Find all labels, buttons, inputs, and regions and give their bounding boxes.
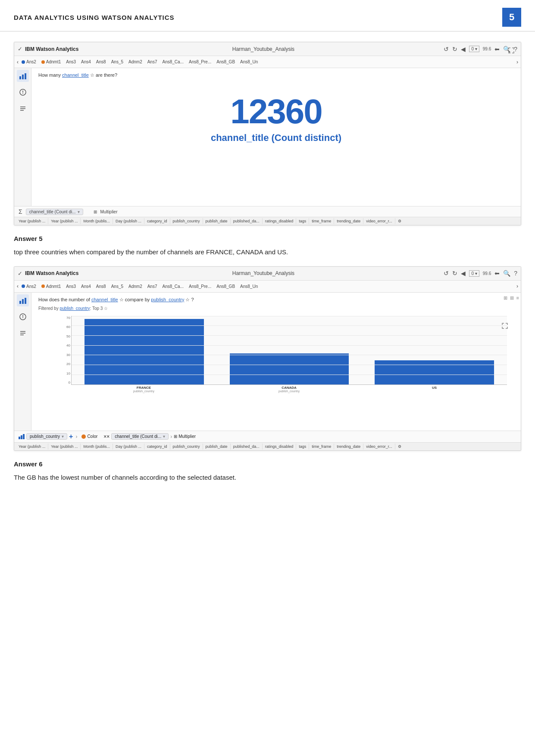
page-header: DATA ANALYTICS USING WATSON ANALYTICS 5 xyxy=(0,0,535,31)
p2-channel-tag[interactable]: channel_title (Count di... ▾ xyxy=(111,433,169,440)
p2-add-btn[interactable]: + xyxy=(69,433,73,440)
field-day-publish[interactable]: Day (publish ... xyxy=(113,218,144,224)
p2-field-day-publish[interactable]: Day (publish ... xyxy=(113,444,144,450)
field-year-publish2[interactable]: Year (publish ... xyxy=(48,218,81,224)
analysis-icon[interactable] xyxy=(17,86,29,98)
p2-menu-icon[interactable]: ≡ xyxy=(516,295,519,301)
bar-france[interactable] xyxy=(84,319,204,384)
p2-color-option[interactable]: Color xyxy=(81,434,97,439)
field-year-publish1[interactable]: Year (publish ... xyxy=(16,218,48,224)
tab-ans5[interactable]: Ans_5 xyxy=(109,59,125,65)
sigma-icon: Σ xyxy=(19,208,22,215)
p2-publish-tag[interactable]: publish_country ▾ xyxy=(26,433,67,440)
p2-tab-ans2[interactable]: Ans2 xyxy=(19,283,38,290)
p2-undo-icon[interactable]: ↺ xyxy=(444,270,449,277)
p2-field-tags[interactable]: tags xyxy=(296,444,309,450)
tab-ans8-pre[interactable]: Ans8_Pre... xyxy=(187,59,213,65)
panel1-channel-tag[interactable]: channel_title (Count di... ▾ xyxy=(26,209,83,215)
p2-field-time-frame[interactable]: time_frame xyxy=(309,444,334,450)
expand-icon[interactable] xyxy=(508,47,514,55)
p2-multiplier-option[interactable]: ⊞ Multiplier xyxy=(174,434,196,439)
view-toggle[interactable]: 0 ▾ xyxy=(469,46,479,52)
main-content: ✓ IBM Watson Analytics Harman_Youtube_An… xyxy=(0,31,535,502)
p2-viz-type-icon[interactable] xyxy=(17,294,29,306)
p2-field-published-da[interactable]: published_da... xyxy=(231,444,263,450)
redo-icon[interactable]: ↻ xyxy=(452,46,457,53)
p2-expand-icon2[interactable] xyxy=(502,323,508,331)
tab-ans8-ca[interactable]: Ans8_Ca... xyxy=(160,59,186,65)
panel2-bottom-pills: publish_country ▾ + › Color ×× channel_t… xyxy=(14,431,521,442)
tab-adnm2[interactable]: Adnm2 xyxy=(126,59,144,65)
field-ratings-disabled[interactable]: ratings_disabled xyxy=(263,218,297,224)
field-tags[interactable]: tags xyxy=(296,218,309,224)
p2-help-icon[interactable]: ? xyxy=(514,270,517,277)
p2-grid-icon[interactable]: ⊞ xyxy=(504,295,507,301)
p2-tab-ans8-gb[interactable]: Ans8_GB xyxy=(214,283,237,290)
p2-tab-ans3[interactable]: Ans3 xyxy=(64,283,78,290)
tab-ans7[interactable]: Ans7 xyxy=(145,59,160,65)
p2-field-year-publish2[interactable]: Year (publish ... xyxy=(48,444,81,450)
p2-back-icon[interactable]: ⬅ xyxy=(494,270,500,277)
p2-tab-ans8-pre[interactable]: Ans8_Pre... xyxy=(187,283,213,290)
p2-field-ratings-disabled[interactable]: ratings_disabled xyxy=(263,444,297,450)
format-icon[interactable] xyxy=(17,103,29,115)
p2-tab-adnm2[interactable]: Adnm2 xyxy=(126,283,144,290)
field-publish-date[interactable]: publish_date xyxy=(203,218,231,224)
field-published-da[interactable]: published_da... xyxy=(231,218,263,224)
p2-channel-chevron: ▾ xyxy=(163,434,165,439)
field-month-publish[interactable]: Month (publis... xyxy=(81,218,113,224)
field-time-frame[interactable]: time_frame xyxy=(309,218,334,224)
field-publish-country[interactable]: publish_country xyxy=(170,218,203,224)
p2-tab-next-btn[interactable]: › xyxy=(516,283,518,289)
p2-search-icon[interactable]: 🔍 xyxy=(503,270,510,277)
p2-field-year-publish1[interactable]: Year (publish ... xyxy=(16,444,48,450)
tab-ans2[interactable]: Ans2 xyxy=(19,59,38,65)
share-icon[interactable]: ◀ xyxy=(461,46,466,53)
p2-tab-ans8-un[interactable]: Ans8_Un xyxy=(238,283,260,290)
panel2-collapse-btn[interactable]: ✓ xyxy=(18,270,22,277)
p2-field-trending-date[interactable]: trending_date xyxy=(334,444,363,450)
tab-ans3[interactable]: Ans3 xyxy=(64,59,78,65)
p2-tab-prev-btn[interactable]: ‹ xyxy=(17,283,19,289)
p2-expand-icon[interactable]: ⊞ xyxy=(510,295,514,301)
bar-canada[interactable] xyxy=(230,353,349,384)
p2-tab-ans7[interactable]: Ans7 xyxy=(145,283,160,290)
p2-field-publish-country[interactable]: publish_country xyxy=(170,444,203,450)
p2-field-video-error[interactable]: video_error_r... xyxy=(363,444,395,450)
tab-next-btn[interactable]: › xyxy=(516,59,518,65)
p2-field-month-publish[interactable]: Month (publis... xyxy=(81,444,113,450)
panel1-collapse-btn[interactable]: ✓ xyxy=(18,46,22,52)
tab-ans8-un[interactable]: Ans8_Un xyxy=(238,59,260,65)
p2-view-toggle[interactable]: 0 ▾ xyxy=(469,270,479,277)
tab-adnmt1[interactable]: Adnmt1 xyxy=(39,59,63,65)
p2-tab-ans5[interactable]: Ans_5 xyxy=(109,283,125,290)
p2-redo-icon[interactable]: ↻ xyxy=(452,270,457,277)
field-settings-icon[interactable]: ⚙ xyxy=(395,218,404,224)
tab-prev-btn[interactable]: ‹ xyxy=(17,59,19,65)
panel2-bottom-left: publish_country ▾ + xyxy=(19,433,73,440)
p2-field-settings-icon[interactable]: ⚙ xyxy=(395,444,404,450)
p2-tab-ans8-ca[interactable]: Ans8_Ca... xyxy=(160,283,186,290)
bar-us[interactable] xyxy=(375,360,494,384)
p2-format-icon[interactable] xyxy=(17,327,29,339)
tab-ans8[interactable]: Ans8 xyxy=(94,59,108,65)
field-category-id[interactable]: category_id xyxy=(144,218,170,224)
p2-share-icon[interactable]: ◀ xyxy=(461,270,466,277)
undo-icon[interactable]: ↺ xyxy=(444,46,449,53)
p2-field-publish-date[interactable]: publish_date xyxy=(203,444,231,450)
tab-ans8-gb[interactable]: Ans8_GB xyxy=(214,59,237,65)
viz-type-icon[interactable] xyxy=(17,70,29,82)
big-number-area: 12360 channel_title (Count distinct) xyxy=(38,81,514,152)
p2-analysis-icon[interactable] xyxy=(17,311,29,323)
p2-tab-adnmt1[interactable]: Adnmt1 xyxy=(39,283,63,290)
p2-tab-ans8[interactable]: Ans8 xyxy=(94,283,108,290)
back-icon[interactable]: ⬅ xyxy=(494,46,500,53)
panel1-question-highlight: channel_title xyxy=(62,72,89,78)
field-trending-date[interactable]: trending_date xyxy=(334,218,363,224)
x-label-france: FRANCE publish_country xyxy=(71,386,216,393)
help-icon[interactable]: ? xyxy=(514,46,517,53)
tab-ans4[interactable]: Ans4 xyxy=(79,59,93,65)
p2-tab-ans4[interactable]: Ans4 xyxy=(79,283,93,290)
p2-field-category-id[interactable]: category_id xyxy=(144,444,170,450)
field-video-error[interactable]: video_error_r... xyxy=(363,218,395,224)
